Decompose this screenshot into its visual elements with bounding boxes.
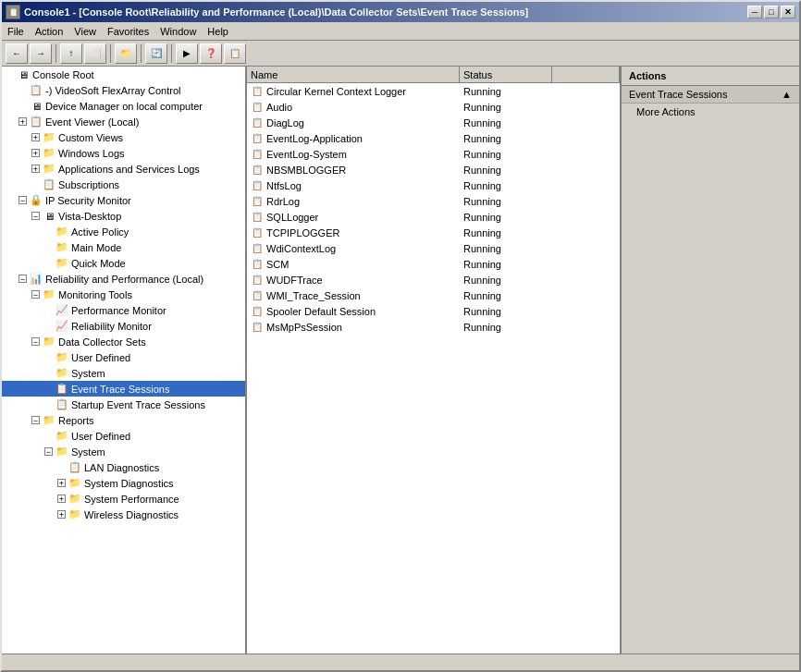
tree-item-custom-views[interactable]: +📁Custom Views <box>2 129 245 145</box>
menu-view[interactable]: View <box>68 24 102 39</box>
list-row[interactable]: 📋RdrLogRunning <box>247 193 620 209</box>
list-row-name-text: MsMpPsSession <box>266 322 342 333</box>
col-header-status[interactable]: Status <box>460 67 552 82</box>
list-row[interactable]: 📋EventLog-ApplicationRunning <box>247 130 620 146</box>
list-row-name-text: DiagLog <box>266 117 304 128</box>
tree-icon-windows-logs: 📁 <box>42 146 56 161</box>
list-cell-status: Running <box>460 306 552 317</box>
tree-item-quick-mode[interactable]: 📁Quick Mode <box>2 255 245 271</box>
tree-item-reports[interactable]: −📁Reports <box>2 412 245 428</box>
tree-item-startup-event-trace[interactable]: 📋Startup Event Trace Sessions <box>2 397 245 412</box>
menu-action[interactable]: Action <box>30 24 69 39</box>
tree-item-subscriptions[interactable]: 📋Subscriptions <box>2 177 245 192</box>
col-header-rest <box>552 67 620 82</box>
new-window-button[interactable]: 📁 <box>115 43 137 64</box>
tree-item-windows-logs[interactable]: +📁Windows Logs <box>2 145 245 161</box>
tree-toggle-system-diagnostics[interactable]: + <box>57 479 66 487</box>
refresh-button[interactable]: 🔄 <box>145 43 167 64</box>
tree-item-apps-services[interactable]: +📁Applications and Services Logs <box>2 161 245 177</box>
tree-label-startup-event-trace: Startup Event Trace Sessions <box>71 399 205 410</box>
tree-item-performance-monitor[interactable]: 📈Performance Monitor <box>2 302 245 318</box>
tree-toggle-data-collector-sets[interactable]: − <box>31 337 40 346</box>
list-row[interactable]: 📋SQLLoggerRunning <box>247 209 620 225</box>
list-row[interactable]: 📋WUDFTraceRunning <box>247 272 620 287</box>
tree-toggle-vista-desktop[interactable]: − <box>31 212 40 220</box>
forward-button[interactable]: → <box>30 43 52 64</box>
minimize-button[interactable]: ─ <box>747 6 762 18</box>
tree-item-device-manager[interactable]: 🖥Device Manager on local computer <box>2 98 245 114</box>
list-row[interactable]: 📋WMI_Trace_SessionRunning <box>247 287 620 303</box>
list-row[interactable]: 📋EventLog-SystemRunning <box>247 146 620 162</box>
list-row-name-text: WdiContextLog <box>266 243 336 254</box>
tree-item-wireless-diagnostics[interactable]: +📁Wireless Diagnostics <box>2 507 245 522</box>
tree-toggle-system-performance[interactable]: + <box>57 495 66 503</box>
menu-file[interactable]: File <box>2 24 30 39</box>
tree-item-videosoft[interactable]: 📋-) VideoSoft FlexArray Control <box>2 82 245 98</box>
tree-item-reports-user-defined[interactable]: 📁User Defined <box>2 428 245 444</box>
tree-item-vista-desktop[interactable]: −🖥Vista-Desktop <box>2 208 245 224</box>
list-row[interactable]: 📋NtfsLogRunning <box>247 177 620 193</box>
tree-item-reports-system[interactable]: −📁System <box>2 444 245 459</box>
export-button[interactable]: ▶ <box>176 43 198 64</box>
list-row[interactable]: 📋Spooler Default SessionRunning <box>247 303 620 319</box>
show-hide-button[interactable]: ⬜ <box>84 43 106 64</box>
tree-item-lan-diagnostics[interactable]: 📋LAN Diagnostics <box>2 459 245 475</box>
tree-toggle-custom-views[interactable]: + <box>31 133 40 141</box>
action-more-actions[interactable]: More Actions <box>622 104 799 120</box>
tree-label-user-defined: User Defined <box>71 352 130 363</box>
actions-section-label: Event Trace Sessions <box>629 89 727 100</box>
tree-toggle-reports-system[interactable]: − <box>44 447 53 456</box>
close-button[interactable]: ✕ <box>781 6 795 18</box>
list-row[interactable]: 📋NBSMBLOGGERRunning <box>247 162 620 177</box>
tree-toggle-wireless-diagnostics[interactable]: + <box>57 510 66 519</box>
menu-favorites[interactable]: Favorites <box>102 24 154 39</box>
list-row[interactable]: 📋AudioRunning <box>247 99 620 115</box>
tree-item-user-defined[interactable]: 📁User Defined <box>2 349 245 365</box>
tree-item-ip-security[interactable]: −🔒IP Security Monitor <box>2 192 245 208</box>
properties-button[interactable]: ❓ <box>200 43 222 64</box>
list-row[interactable]: 📋WdiContextLogRunning <box>247 240 620 256</box>
col-header-name[interactable]: Name <box>247 67 460 82</box>
tree-icon-system-diagnostics: 📁 <box>68 476 82 491</box>
tree-item-console-root[interactable]: 🖥Console Root <box>2 67 245 82</box>
help-button[interactable]: 📋 <box>224 43 246 64</box>
maximize-button[interactable]: □ <box>764 6 779 18</box>
tree-item-main-mode[interactable]: 📁Main Mode <box>2 239 245 255</box>
tree-item-reliability-monitor[interactable]: 📈Reliability Monitor <box>2 318 245 334</box>
list-row-icon: 📋 <box>251 132 264 145</box>
list-cell-status: Running <box>460 275 552 286</box>
tree-toggle-windows-logs[interactable]: + <box>31 149 40 157</box>
list-row[interactable]: 📋DiagLogRunning <box>247 115 620 130</box>
tree-item-event-viewer[interactable]: +📋Event Viewer (Local) <box>2 114 245 129</box>
tree-toggle-ip-security[interactable]: − <box>18 196 27 204</box>
toolbar-separator-3 <box>141 44 142 63</box>
tree-toggle-reliability-perf[interactable]: − <box>18 275 27 283</box>
tree-toggle-reports[interactable]: − <box>31 416 40 424</box>
tree-label-quick-mode: Quick Mode <box>71 258 126 269</box>
tree-item-system-diagnostics[interactable]: +📁System Diagnostics <box>2 475 245 491</box>
toolbar-separator-2 <box>110 44 111 63</box>
tree-toggle-apps-services[interactable]: + <box>31 165 40 173</box>
menu-window[interactable]: Window <box>154 24 202 39</box>
list-row-name-text: Circular Kernel Context Logger <box>266 86 406 97</box>
tree-item-system-performance[interactable]: +📁System Performance <box>2 491 245 507</box>
tree-icon-quick-mode: 📁 <box>55 256 69 271</box>
tree-icon-startup-event-trace: 📋 <box>55 397 69 412</box>
back-button[interactable]: ← <box>6 43 28 64</box>
tree-toggle-event-viewer[interactable]: + <box>18 117 27 126</box>
list-row[interactable]: 📋SCMRunning <box>247 256 620 272</box>
actions-section-collapse-icon[interactable]: ▲ <box>782 89 792 100</box>
up-button[interactable]: ↑ <box>60 43 82 64</box>
tree-toggle-monitoring-tools[interactable]: − <box>31 290 40 299</box>
list-row[interactable]: 📋TCPIPLOGGERRunning <box>247 225 620 240</box>
list-row-icon: 📋 <box>251 101 264 114</box>
list-row[interactable]: 📋Circular Kernel Context LoggerRunning <box>247 83 620 99</box>
tree-item-event-trace-sessions[interactable]: 📋Event Trace Sessions <box>2 381 245 397</box>
tree-item-monitoring-tools[interactable]: −📁Monitoring Tools <box>2 287 245 302</box>
tree-item-system[interactable]: 📁System <box>2 365 245 381</box>
tree-item-active-policy[interactable]: 📁Active Policy <box>2 224 245 239</box>
menu-help[interactable]: Help <box>202 24 234 39</box>
tree-item-data-collector-sets[interactable]: −📁Data Collector Sets <box>2 334 245 349</box>
tree-item-reliability-perf[interactable]: −📊Reliability and Performance (Local) <box>2 271 245 287</box>
list-row[interactable]: 📋MsMpPsSessionRunning <box>247 319 620 335</box>
